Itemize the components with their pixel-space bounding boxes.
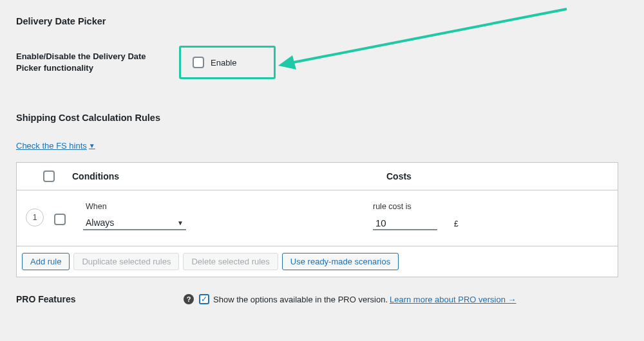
add-rule-button[interactable]: Add rule: [22, 253, 70, 270]
enable-highlight-box: Enable: [179, 46, 276, 79]
duplicate-rules-button[interactable]: Duplicate selected rules: [73, 253, 179, 270]
cost-input[interactable]: 10: [373, 217, 437, 230]
header-select-all-col: [26, 170, 72, 182]
when-value: Always: [86, 217, 114, 228]
header-costs: Costs: [386, 171, 609, 181]
pro-features-label: PRO Features: [16, 294, 184, 304]
rules-table-header: Conditions Costs: [17, 163, 618, 190]
chevron-down-icon: ▼: [89, 142, 95, 149]
enable-checkbox-label: Enable: [211, 58, 236, 68]
when-label: When: [83, 202, 186, 211]
help-icon[interactable]: ?: [184, 294, 194, 304]
delete-rules-button[interactable]: Delete selected rules: [183, 253, 278, 270]
rules-table: Conditions Costs 1 When Always ▼ rule co…: [16, 162, 618, 277]
delivery-date-title: Delivery Date Picker: [16, 16, 631, 26]
rules-footer: Add rule Duplicate selected rules Delete…: [17, 246, 618, 277]
chevron-down-icon: ▼: [177, 219, 184, 226]
pro-text: Show the options available in the PRO ve…: [213, 295, 388, 304]
ready-made-scenarios-button[interactable]: Use ready-made scenarios: [282, 253, 399, 270]
enable-checkbox[interactable]: [193, 57, 204, 68]
fs-hints-text: Check the FS hints: [16, 141, 87, 151]
pro-learn-more-link[interactable]: Learn more about PRO version →: [390, 295, 516, 304]
enable-row: Enable/Disable the Delivery Date Picker …: [16, 46, 631, 79]
cost-label: rule cost is: [373, 202, 459, 211]
fs-hints-link[interactable]: Check the FS hints ▼: [16, 141, 95, 151]
when-select[interactable]: Always ▼: [83, 217, 186, 230]
currency-symbol: £: [454, 219, 459, 230]
select-all-checkbox[interactable]: [43, 170, 55, 182]
header-conditions: Conditions: [72, 171, 386, 181]
pro-checkbox[interactable]: ✓: [199, 294, 209, 304]
rules-heading: Shipping Cost Calculation Rules: [16, 113, 631, 123]
table-row: 1 When Always ▼ rule cost is 10 £: [17, 190, 618, 246]
pro-features-row: PRO Features ? ✓ Show the options availa…: [16, 294, 631, 304]
rule-index-badge: 1: [26, 208, 44, 226]
cost-input-row: 10 £: [373, 217, 459, 230]
condition-field-group: When Always ▼: [83, 202, 186, 230]
enable-row-label: Enable/Disable the Delivery Date Picker …: [16, 51, 167, 74]
row-checkbox[interactable]: [54, 214, 66, 225]
cost-field-group: rule cost is 10 £: [373, 202, 459, 230]
